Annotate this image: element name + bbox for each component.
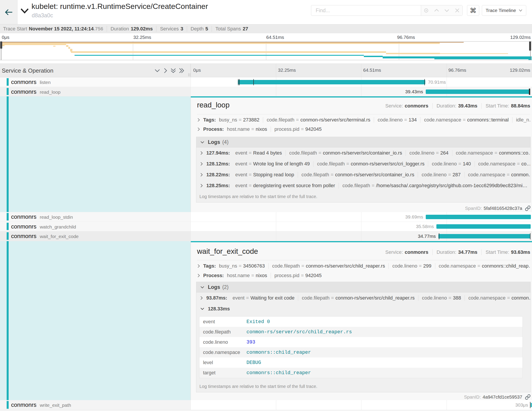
- log-timestamp: 128.22ms:: [206, 172, 230, 178]
- clear-find-icon[interactable]: [454, 7, 461, 14]
- trace-view-selector[interactable]: Trace Timeline: [482, 5, 526, 16]
- detail-header: wait_for_exit_code Service:conmonrs Dura…: [197, 247, 530, 255]
- span-row[interactable]: conmonrs read_loop_stdin 39.69ms: [0, 212, 532, 222]
- span-log-tick: [530, 402, 531, 408]
- ruler-tick-label: 64.51ms: [266, 35, 284, 40]
- collapse-all-icon[interactable]: [170, 68, 177, 73]
- command-icon: ⌘: [470, 7, 476, 14]
- span-detail-panel: wait_for_exit_code Service:conmonrs Dura…: [191, 241, 532, 400]
- span-row[interactable]: conmonrs read_loop 39.43ms: [0, 87, 532, 96]
- span-service-name: conmonrs: [11, 222, 36, 231]
- span-name-cell[interactable]: conmonrs write_exit_path: [0, 400, 191, 410]
- detail-meta: Service:conmonrs Duration:39.43ms Start …: [385, 103, 530, 109]
- span-row[interactable]: conmonrs watch_grandchild 35.58ms: [0, 222, 532, 231]
- span-bar[interactable]: [426, 215, 531, 219]
- chevron-down-icon: [200, 307, 205, 310]
- logs-header[interactable]: Logs (2): [196, 282, 531, 293]
- span-service-name: conmonrs: [11, 212, 36, 222]
- logs-label: Logs: [208, 284, 220, 290]
- span-operation-name: watch_grandchild: [40, 222, 76, 231]
- detail-start-time: Start Time:88.84ms: [481, 103, 530, 109]
- span-row[interactable]: conmonrs wait_for_exit_code 34.77ms: [0, 231, 532, 241]
- expand-one-icon[interactable]: [162, 68, 169, 73]
- expand-all-icon[interactable]: [178, 68, 185, 73]
- link-icon[interactable]: [525, 206, 531, 211]
- span-bar[interactable]: [438, 234, 530, 238]
- grid-line: [361, 64, 361, 77]
- ruler-tick-label: 96.76ms: [448, 68, 466, 73]
- trace-minimap[interactable]: [0, 41, 532, 60]
- keyboard-shortcuts-button[interactable]: ⌘: [467, 5, 479, 16]
- tags-row[interactable]: Tags: busy_ns=34506763code.filepath=conm…: [197, 262, 530, 270]
- log-timestamps-note: Log timestamps are relative to the start…: [200, 194, 531, 199]
- minimap-span-line: [2, 43, 440, 44]
- span-timeline-cell[interactable]: 34.77ms: [191, 231, 532, 241]
- minimap-span-line: [53, 46, 56, 47]
- services-label: Services: [160, 26, 179, 32]
- log-entry[interactable]: 128.12ms: event=Wrote log line of length…: [196, 158, 531, 169]
- span-color-bar: [7, 213, 9, 220]
- tag-item: code.namespace=conmonrs::terminal: [420, 117, 509, 123]
- grid-line: [276, 64, 276, 77]
- log-entry[interactable]: 93.87ms: event=Waiting for exit codecode…: [196, 293, 531, 303]
- detail-meta: Service:conmonrs Duration:34.77ms Start …: [385, 249, 530, 255]
- log-fields-table: eventExited 0code.filepathconmon-rs/serv…: [199, 316, 523, 378]
- span-timeline-cell[interactable]: 303μs: [191, 400, 532, 410]
- chevron-right-icon: [200, 183, 203, 188]
- span-name-cell[interactable]: conmonrs read_loop_stdin: [0, 212, 191, 222]
- back-button[interactable]: [0, 0, 18, 24]
- span-name-cell[interactable]: conmonrs watch_grandchild: [0, 222, 191, 231]
- span-id-row: SpanID:5faf48165428c37a: [465, 206, 531, 211]
- ruler-tick-label: 0μs: [2, 35, 9, 40]
- span-timeline-cell[interactable]: 39.43ms: [191, 87, 532, 96]
- minimap-span-line: [68, 47, 70, 49]
- column-resize-grip[interactable]: [188, 73, 190, 77]
- left-scrubber-handle[interactable]: [0, 41, 2, 49]
- span-name-cell[interactable]: conmonrs read_loop: [0, 87, 191, 96]
- span-bar[interactable]: [436, 224, 531, 229]
- collapse-header-button[interactable]: [21, 8, 28, 14]
- detail-service: Service:conmonrs: [385, 249, 428, 255]
- span-detail-left-gutter: [0, 96, 191, 212]
- log-entry[interactable]: 128.22ms: event=Stopping read loopcode.f…: [196, 169, 531, 180]
- minimap-span-line: [386, 53, 440, 54]
- span-service-name: conmonrs: [11, 400, 36, 410]
- link-icon[interactable]: [525, 394, 531, 400]
- log-field: event=Wrote log line of length 49: [235, 161, 310, 167]
- span-duration-label: 34.77ms: [418, 234, 436, 239]
- span-bar[interactable]: [426, 89, 530, 94]
- logs-header[interactable]: Logs (4): [196, 137, 531, 147]
- span-bar[interactable]: [531, 403, 532, 407]
- right-scrubber-handle[interactable]: [529, 41, 531, 51]
- log-entry[interactable]: 128.25ms: event=deregistering event sour…: [196, 180, 531, 191]
- process-row[interactable]: Process: host.name=nixosprocess.pid=9420…: [197, 272, 530, 279]
- log-entry[interactable]: 127.94ms: event=Read 4 bytescode.filepat…: [196, 147, 531, 158]
- detail-divider: [197, 114, 530, 114]
- detail-header: read_loop Service:conmonrs Duration:39.4…: [197, 101, 530, 109]
- minimap-span-line: [75, 55, 364, 56]
- span-timeline-cell[interactable]: 39.69ms: [191, 212, 532, 222]
- ruler-tick-label: 129.02ms: [510, 68, 530, 73]
- span-bar[interactable]: [238, 80, 425, 84]
- prev-match-icon[interactable]: [433, 7, 440, 14]
- span-row[interactable]: conmonrs write_exit_path 303μs: [0, 400, 532, 410]
- log-field: code.filepath=/home/sascha/.cargo/regist…: [339, 183, 527, 188]
- span-name-cell[interactable]: conmonrs wait_for_exit_code: [0, 231, 191, 241]
- span-service-name: conmonrs: [11, 87, 36, 96]
- tag-item: code.filepath=conmon-rs/server/src/termi…: [263, 117, 370, 123]
- log-field: code.lineno=264: [406, 150, 448, 156]
- process-row[interactable]: Process: host.name=nixosprocess.pid=9420…: [197, 126, 530, 133]
- focus-match-icon[interactable]: [423, 7, 429, 14]
- find-input[interactable]: [311, 5, 421, 16]
- span-name-cell[interactable]: conmonrs listen: [0, 77, 191, 87]
- span-detail-row: wait_for_exit_code Service:conmonrs Dura…: [0, 241, 532, 400]
- span-row[interactable]: conmonrs listen 70.91ms: [0, 77, 532, 87]
- tags-row[interactable]: Tags: busy_ns=273882code.filepath=conmon…: [197, 116, 530, 124]
- span-timeline-cell[interactable]: 70.91ms: [191, 77, 532, 87]
- next-row-sliver: [0, 410, 532, 411]
- span-timeline-cell[interactable]: 35.58ms: [191, 222, 532, 231]
- log-entry-expanded[interactable]: 128.33ms: [196, 303, 531, 314]
- next-match-icon[interactable]: [444, 7, 450, 14]
- collapse-one-icon[interactable]: [154, 68, 161, 73]
- logs-count: (2): [222, 284, 228, 290]
